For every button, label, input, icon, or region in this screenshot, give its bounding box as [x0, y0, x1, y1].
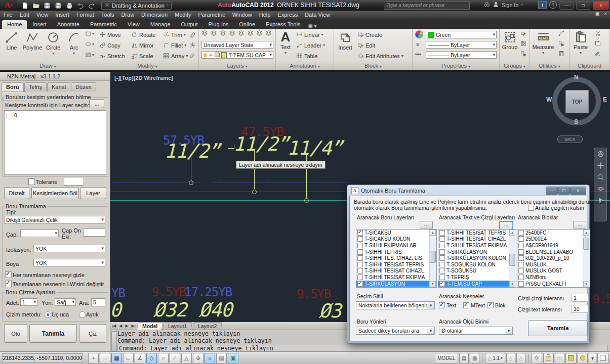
ribbon-tab-home[interactable]: Home: [2, 20, 27, 29]
dialog-maximize-button[interactable]: □: [558, 187, 570, 195]
list-item-pi-ssu-ekvalfi[interactable]: PİSSU ÇEKVALFİ: [517, 281, 583, 287]
button-table[interactable]: Table: [296, 53, 317, 59]
command-window-grip[interactable]: [111, 331, 117, 351]
layer-walk-icon[interactable]: [265, 30, 272, 36]
button-create[interactable]: Create: [357, 31, 382, 38]
scroll-up-icon[interactable]: ▲: [430, 230, 436, 236]
list-item-t-sihhi-ekipmanlar[interactable]: T-SIHHI EKIPMANLAR: [356, 242, 430, 249]
layout-nav-prev-icon[interactable]: ◀: [117, 322, 124, 330]
viewcube-top-face[interactable]: TOP: [565, 90, 589, 113]
text-checkbox[interactable]: [439, 302, 445, 308]
layer-thaw-sun-icon[interactable]: ☀: [208, 52, 213, 58]
panel-label-draw[interactable]: Draw ▾: [0, 62, 96, 70]
redo-icon[interactable]: [87, 1, 97, 10]
lw-degistir-checkbox[interactable]: [5, 281, 12, 287]
item-checkbox[interactable]: [439, 243, 445, 248]
layer-unlock-icon[interactable]: [247, 30, 254, 36]
plot-icon[interactable]: [64, 1, 74, 10]
item-checkbox[interactable]: [357, 268, 363, 274]
button-linear[interactable]: Linear▾: [296, 31, 323, 38]
item-checkbox[interactable]: [518, 262, 524, 267]
button-d-zelt[interactable]: Düzelt: [4, 187, 29, 199]
item-checkbox[interactable]: [357, 243, 363, 248]
item-checkbox[interactable]: [439, 262, 445, 267]
button-measure[interactable]: Measure▾: [532, 31, 555, 55]
viewcube-west[interactable]: W: [546, 96, 552, 103]
quick-select-icon[interactable]: [558, 40, 564, 47]
close-button[interactable]: ×: [593, 1, 609, 10]
column-browse-button-1[interactable]: ...: [420, 221, 433, 229]
undo-icon[interactable]: [75, 1, 86, 10]
menu-file[interactable]: File: [0, 11, 16, 19]
color-wheel-icon[interactable]: [415, 30, 423, 38]
offset-icon[interactable]: [189, 52, 196, 59]
toggle-quick-properties[interactable]: ▣: [228, 353, 238, 363]
hatch-icon[interactable]: ▾: [85, 52, 94, 58]
annotation-scale-button[interactable]: △ 1:1 ▾: [485, 353, 505, 363]
button-insert[interactable]: Insert: [336, 31, 354, 51]
scroll-thumb[interactable]: [583, 238, 589, 250]
cut-icon[interactable]: [595, 30, 601, 36]
toggle-object-snap[interactable]: ◇: [146, 353, 157, 363]
save-as-icon[interactable]: [53, 1, 63, 10]
ribbon-tab-insert[interactable]: Insert: [27, 20, 52, 29]
dialog-tanimla-button[interactable]: Tanımla: [528, 320, 588, 336]
toggle-show-transparency[interactable]: ▤: [216, 353, 227, 363]
toggle-object-snap-tracking[interactable]: ∕: [170, 353, 180, 363]
item-checkbox[interactable]: [518, 275, 524, 280]
item-checkbox[interactable]: [518, 230, 524, 236]
layer-lock-icon[interactable]: [215, 53, 220, 57]
layout-nav-next-icon[interactable]: ▶: [124, 322, 130, 330]
list-item-t-si-rk-lasyon[interactable]: T-SİRKÜLASYON: [356, 281, 430, 287]
isolate-objects-icon[interactable]: [565, 353, 577, 363]
layout-tab-layout1[interactable]: Layout1: [162, 322, 192, 330]
list-item-t-soguksu-kolon[interactable]: T-SOGUKSU KOLON: [438, 261, 509, 268]
button-scale[interactable]: Scale: [131, 53, 153, 59]
menu-express[interactable]: Express: [274, 11, 301, 19]
analiz-cizgileri-checkbox[interactable]: [528, 205, 534, 211]
column-list-3[interactable]: 25400FC25D00E4A$C5F901649BEDENSEL LAVABO…: [517, 229, 590, 288]
toggle-grid-display[interactable]: ▦: [111, 353, 122, 363]
ayrik-radio[interactable]: [79, 311, 86, 318]
maximize-button[interactable]: □: [576, 1, 590, 10]
button-rotate[interactable]: Rotate: [131, 31, 155, 38]
list-item-t-sihhi-tesisat-tefris[interactable]: T-SIHHI TESISAT TEFRIS: [356, 261, 430, 268]
button-fillet[interactable]: Fillet▾: [163, 42, 186, 49]
panel-label-modify[interactable]: Modify ▾: [96, 62, 198, 70]
menu-modify[interactable]: Modify: [171, 11, 194, 19]
panel-label-utilities[interactable]: Utilities ▾: [530, 62, 569, 70]
copy-clip-icon[interactable]: [595, 40, 601, 47]
doc-minimize-button[interactable]: —: [586, 11, 593, 16]
doc-restore-button[interactable]: ▣: [594, 11, 601, 16]
match-properties-icon[interactable]: [595, 51, 601, 57]
toggle-ortho-mode[interactable]: ∟: [123, 353, 134, 363]
menu-data-view[interactable]: Data View: [301, 11, 334, 19]
item-checkbox[interactable]: [357, 236, 363, 242]
scroll-thumb[interactable]: [509, 254, 515, 266]
open-file-icon[interactable]: [31, 1, 41, 10]
cizgi-cizgi-field[interactable]: 1: [572, 294, 589, 302]
menu-tools[interactable]: Tools: [98, 11, 118, 19]
group-select-icon[interactable]: [520, 51, 526, 57]
menu-window[interactable]: Window: [229, 11, 256, 19]
layer-freeze-icon[interactable]: [229, 30, 235, 36]
item-checkbox[interactable]: [439, 249, 445, 255]
palette-tab-boru[interactable]: Boru: [2, 82, 24, 92]
list-item-t-sihhi-tes-cihaz-lis[interactable]: T-SIHHI TES. CIHAZ. LIS.: [356, 255, 430, 261]
palette-title[interactable]: NZN Metraj - v3.1.1.2: [0, 72, 110, 81]
layout-nav-last-icon[interactable]: ▶|: [130, 322, 137, 330]
button-oto[interactable]: Oto: [4, 324, 27, 343]
button-edit-attributes[interactable]: Edit Attributes▾: [357, 53, 403, 59]
dialog-minimize-button[interactable]: —: [546, 187, 558, 195]
tolerans-field[interactable]: [64, 177, 84, 186]
list-item-t-tem-su-cap[interactable]: T-TEM.SU CAP: [438, 281, 509, 287]
item-checkbox[interactable]: [439, 275, 445, 280]
list-item-t-so-uksu[interactable]: T-SOĞUKSU: [438, 268, 509, 275]
button-array[interactable]: Array▾: [163, 53, 188, 59]
otomatik-boru-tanimlama-dialog[interactable]: A Otomatik Boru Tanımlama — □ × Burada b…: [347, 185, 590, 344]
item-checkbox[interactable]: [518, 255, 524, 261]
olcu-birimi-dropdown[interactable]: Ø olanlar: [439, 327, 513, 335]
list-item-t-tefri[interactable]: T-TEFRİŞ: [438, 274, 509, 281]
list-item-musluk[interactable]: MUSLUK: [517, 261, 583, 268]
list-item-t-sihhi-tesi-sat-ekipma[interactable]: T-SIHHİ TESİSAT EKIPMA: [438, 242, 509, 249]
